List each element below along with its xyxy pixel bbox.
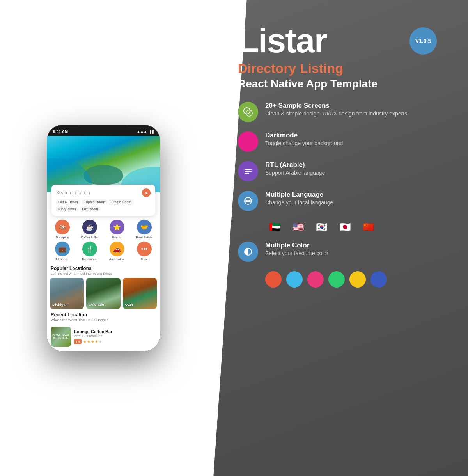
cat-realestate-label: Real Estate	[136, 236, 152, 239]
cat-realestate[interactable]: 🤝 Real Estate	[132, 220, 157, 239]
tag-king[interactable]: King Room	[56, 206, 78, 212]
cat-more[interactable]: ••• More	[132, 242, 157, 261]
recent-item[interactable]: PUNCH TODAY IN THE FACE. Lounge Coffee B…	[47, 324, 160, 349]
tag-lux[interactable]: Lux Room	[80, 206, 101, 212]
coffee-icon: ☕	[82, 220, 97, 234]
swatch-pink[interactable]	[307, 271, 324, 288]
popular-title: Popular Locations	[47, 263, 160, 272]
cat-automotive-label: Automotive	[109, 258, 125, 261]
cat-coffee[interactable]: ☕ Coffee & Bar	[77, 220, 102, 239]
cat-coffee-label: Coffee & Bar	[81, 236, 99, 239]
swatch-blue[interactable]	[286, 271, 303, 288]
search-row: Search Location ➤	[56, 188, 151, 197]
svg-rect-2	[245, 169, 252, 170]
language-desc: Change your local langauge	[265, 199, 333, 206]
rtl-desc: Support Arabic language	[265, 170, 325, 176]
cat-shopping-label: Shopping	[56, 236, 69, 239]
popular-subtitle: Let find out what most interesting thing…	[47, 272, 160, 278]
star-1: ★	[83, 339, 87, 344]
recent-info: Lounge Coffee Bar Arts & Humanities 9.4 …	[74, 329, 112, 344]
right-content: V1.0.5 Listar Directory Listing React Na…	[226, 16, 448, 288]
status-time: 9:41 AM	[53, 130, 68, 134]
svg-rect-3	[245, 171, 252, 172]
color-desc: Select your favourite color	[265, 250, 328, 256]
screens-icon	[238, 102, 258, 122]
feature-color: Multiple Color Select your favourite col…	[238, 242, 448, 262]
tag-delux[interactable]: Delux Room	[56, 199, 80, 205]
recent-title: Recent Location	[47, 309, 160, 318]
color-text: Multiple Color Select your favourite col…	[265, 242, 328, 256]
version-badge: V1.0.5	[410, 27, 437, 55]
shopping-icon: 🛍	[55, 220, 70, 234]
cat-events-label: Events	[112, 236, 122, 239]
darkmode-title: Darkmode	[265, 131, 343, 139]
star-4: ★	[95, 339, 98, 344]
search-arrow-button[interactable]: ➤	[142, 188, 151, 197]
star-2: ★	[87, 339, 90, 344]
screens-desc: Clean & simple design. UI/UX design from…	[265, 110, 407, 117]
screens-text: 20+ Sample Screens Clean & simple design…	[265, 102, 407, 117]
automotive-icon: 🚗	[110, 242, 124, 256]
phone-device: 9:41 AM ▲▲▲ ▐▐	[47, 125, 160, 351]
rtl-text: RTL (Arabic) Support Arabic language	[265, 161, 325, 176]
darkmode-text: Darkmode Toggle change your background	[265, 131, 343, 146]
colors-row	[265, 271, 448, 288]
search-placeholder: Search Location	[56, 190, 90, 195]
more-icon: •••	[137, 242, 152, 256]
flag-korea: 🇰🇷	[312, 220, 332, 234]
jobseeker-icon: 💼	[55, 242, 70, 256]
swatch-yellow[interactable]	[349, 271, 366, 288]
app-tagline-white: React Native App Template	[238, 78, 448, 90]
flags-row: 🇦🇪 🇺🇸 🇰🇷 🇯🇵 🇨🇳	[265, 220, 448, 234]
location-michigan[interactable]: Michigan	[50, 278, 84, 309]
language-icon	[238, 191, 258, 211]
search-box[interactable]: Search Location ➤ Delux Room Tripple Roo…	[51, 185, 155, 216]
swatch-green[interactable]	[328, 271, 345, 288]
rtl-title: RTL (Arabic)	[265, 161, 325, 169]
location-utah[interactable]: Utah	[123, 278, 157, 309]
star-5: ★	[99, 339, 102, 344]
recent-name: Lounge Coffee Bar	[74, 329, 112, 334]
color-icon	[238, 242, 258, 262]
swatch-red[interactable]	[265, 271, 282, 288]
feature-rtl: RTL (Arabic) Support Arabic language	[238, 161, 448, 181]
cat-more-label: More	[141, 258, 148, 261]
phone-screen: Search Location ➤ Delux Room Tripple Roo…	[47, 136, 160, 351]
cat-automotive[interactable]: 🚗 Automotive	[105, 242, 129, 261]
cat-restaurant-label: Restaurant	[82, 258, 97, 261]
michigan-label: Michigan	[52, 303, 67, 307]
darkmode-icon	[238, 131, 258, 152]
feature-screens: 20+ Sample Screens Clean & simple design…	[238, 102, 448, 122]
flag-japan: 🇯🇵	[335, 220, 355, 234]
recent-subtitle: What's the Worst That Could Happen	[47, 318, 160, 324]
tag-single[interactable]: Single Room	[109, 199, 134, 205]
color-title: Multiple Color	[265, 242, 328, 249]
phone-notch	[80, 125, 127, 134]
left-panel: 9:41 AM ▲▲▲ ▐▐	[0, 0, 207, 476]
rtl-icon	[238, 161, 258, 181]
tag-tripple[interactable]: Tripple Room	[82, 199, 108, 205]
location-colorado[interactable]: Colorado	[86, 278, 120, 309]
language-text: Multiple Language Change your local lang…	[265, 191, 333, 206]
cat-jobseeker-label: Jobseeker	[55, 258, 70, 261]
stars: ★ ★ ★ ★ ★	[83, 339, 102, 344]
recent-rating: 9.4 ★ ★ ★ ★ ★	[74, 339, 112, 344]
cat-events[interactable]: ⭐ Events	[105, 220, 129, 239]
battery-icon: ▐▐	[149, 130, 154, 133]
hero-landscape	[47, 136, 160, 192]
cat-shopping[interactable]: 🛍 Shopping	[50, 220, 75, 239]
categories-grid: 🛍 Shopping ☕ Coffee & Bar ⭐ Events 🤝	[47, 216, 160, 263]
feature-darkmode: Darkmode Toggle change your background	[238, 131, 448, 152]
recent-thumbnail: PUNCH TODAY IN THE FACE.	[51, 327, 71, 347]
restaurant-icon: 🍴	[82, 242, 97, 256]
flag-usa: 🇺🇸	[289, 220, 308, 234]
cat-jobseeker[interactable]: 💼 Jobseeker	[50, 242, 75, 261]
flag-china: 🇨🇳	[359, 220, 378, 234]
swatch-navy[interactable]	[370, 271, 387, 288]
colorado-label: Colorado	[89, 303, 104, 307]
flag-uae: 🇦🇪	[265, 220, 285, 234]
status-icons: ▲▲▲ ▐▐	[137, 130, 154, 133]
screens-title: 20+ Sample Screens	[265, 102, 407, 110]
cat-restaurant[interactable]: 🍴 Restaurant	[77, 242, 102, 261]
phone-container: 9:41 AM ▲▲▲ ▐▐	[45, 23, 162, 453]
